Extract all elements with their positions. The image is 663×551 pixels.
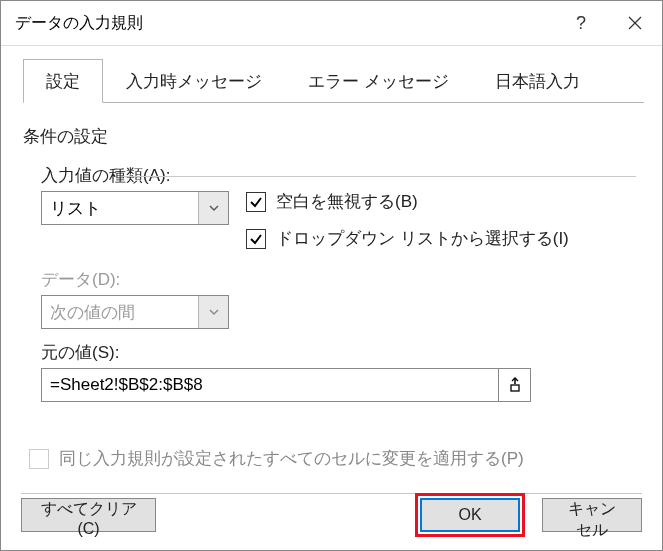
range-picker-button[interactable] [499,368,531,402]
tab-settings[interactable]: 設定 [23,59,103,103]
incell-dropdown-checkbox[interactable]: ドロップダウン リストから選択する(I) [246,227,569,250]
incell-dropdown-label: ドロップダウン リストから選択する(I) [276,227,569,250]
collapse-dialog-icon [508,377,522,393]
clear-all-button[interactable]: すべてクリア(C) [21,498,156,532]
data-combo: 次の値の間 [41,295,229,329]
data-label: データ(D): [41,268,640,291]
titlebar: データの入力規則 ? [1,1,662,46]
close-button[interactable] [608,1,662,45]
allow-combo-button[interactable] [198,192,228,224]
tab-strip: 設定 入力時メッセージ エラー メッセージ 日本語入力 [23,58,644,103]
source-input[interactable] [41,368,499,402]
help-icon: ? [576,13,586,34]
data-combo-button [198,296,228,328]
svg-rect-2 [511,385,519,391]
close-icon [628,16,642,30]
tab-error-alert[interactable]: エラー メッセージ [285,59,472,103]
ok-button[interactable]: OK [420,498,520,532]
criteria-group-line [121,176,636,177]
help-button[interactable]: ? [554,1,608,45]
check-icon [246,192,266,212]
data-validation-dialog: データの入力規則 ? 設定 入力時メッセージ エラー メッセージ 日本語入力 条… [0,0,663,551]
content-area: 設定 入力時メッセージ エラー メッセージ 日本語入力 条件の設定 入力値の種類… [1,46,662,550]
tab-ime-mode[interactable]: 日本語入力 [472,59,603,103]
check-icon [246,229,266,249]
tab-input-message[interactable]: 入力時メッセージ [103,59,285,103]
chevron-down-icon [209,205,219,211]
allow-combo[interactable]: リスト [41,191,229,225]
window-title: データの入力規則 [15,13,554,34]
chevron-down-icon [209,309,219,315]
allow-combo-value: リスト [42,197,198,220]
apply-all-label: 同じ入力規則が設定されたすべてのセルに変更を適用する(P) [59,447,524,470]
data-combo-value: 次の値の間 [42,301,198,324]
cancel-button[interactable]: キャンセル [542,498,642,532]
ignore-blank-checkbox[interactable]: 空白を無視する(B) [246,190,569,213]
apply-all-checkbox: 同じ入力規則が設定されたすべてのセルに変更を適用する(P) [29,447,524,470]
ignore-blank-label: 空白を無視する(B) [276,190,418,213]
source-label: 元の値(S): [41,341,640,364]
button-bar: すべてクリア(C) OK キャンセル [1,492,662,550]
criteria-group-label: 条件の設定 [23,125,644,148]
checkbox-icon [29,449,49,469]
